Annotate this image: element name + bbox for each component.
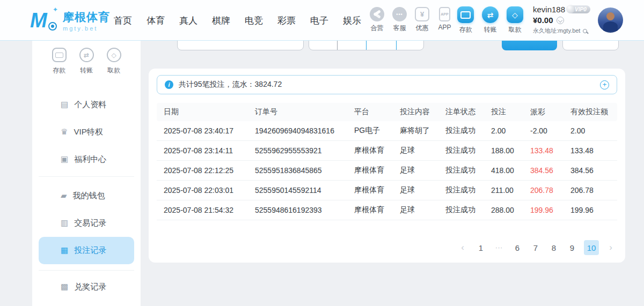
sidebar-divider xyxy=(39,176,134,177)
username[interactable]: kevin188 xyxy=(533,5,565,14)
cell-status: 投注成功 xyxy=(445,185,491,195)
cell-content: 足球 xyxy=(400,185,445,195)
brand-name: 摩根体育 xyxy=(63,10,110,25)
promo-icon: ¥ xyxy=(415,7,429,21)
sidebar-item-label: 兑奖记录 xyxy=(74,282,106,292)
header-action-deposit[interactable]: 存款 xyxy=(457,6,474,34)
cell-payout: 199.96 xyxy=(530,206,570,214)
header-action-label: 转账 xyxy=(484,25,497,34)
sidebar-item-vip[interactable]: VIP特权 xyxy=(39,118,134,146)
sidebar-item-transactions[interactable]: 交易记录 xyxy=(39,210,134,237)
sidebar-shortcut-transfer[interactable]: ⇄转账 xyxy=(79,48,94,75)
sidebar-item-profile[interactable]: 个人资料 xyxy=(39,91,134,118)
sidebar-item-label: 福利中心 xyxy=(74,154,106,165)
cell-payout: 133.48 xyxy=(530,146,570,155)
table-row: 2025-07-08 23:40:171942609694094831616PG… xyxy=(157,121,617,141)
cell-payout: 206.78 xyxy=(530,186,570,195)
cell-date: 2025-07-08 22:03:01 xyxy=(164,186,255,195)
cell-status: 投注成功 xyxy=(445,126,491,136)
pagination: ‹1···678910› xyxy=(456,240,617,255)
nav-item-esports[interactable]: 电竞 xyxy=(245,14,263,27)
sidebar-item-redeem[interactable]: 兑奖记录 xyxy=(39,273,134,301)
page-button-1[interactable]: 1 xyxy=(474,240,487,255)
user-block: kevin188 VIP0 ¥0.00 永久地址:mgty.bet xyxy=(533,5,596,35)
nav-item-live[interactable]: 真人 xyxy=(179,14,197,27)
prev-page-button[interactable]: ‹ xyxy=(456,240,469,255)
summary-text: 共计95笔投注，流水：3824.72 xyxy=(179,80,282,89)
brand-domain: mgty.bet xyxy=(63,25,110,32)
header-quick-actions: 合营客服¥优惠APPAPP xyxy=(368,7,453,33)
deposit-icon xyxy=(457,6,474,23)
cell-platform: 摩根体育 xyxy=(354,205,400,215)
sidebar-shortcut-deposit[interactable]: 存款 xyxy=(52,48,67,75)
sidebar-shortcuts: 存款⇄转账◇取款 xyxy=(32,48,141,75)
page-button-10[interactable]: 10 xyxy=(584,240,599,255)
cell-status: 投注成功 xyxy=(445,205,491,215)
table-row: 2025-07-08 22:03:015255950145592114摩根体育足… xyxy=(157,181,617,200)
cell-date: 2025-07-08 23:40:17 xyxy=(164,126,255,135)
nav-item-entertainment[interactable]: 娱乐 xyxy=(343,14,361,27)
balance-dropdown-icon[interactable] xyxy=(557,17,564,24)
header-action-label: 客服 xyxy=(393,24,406,33)
sidebar-menu-group-1: 个人资料VIP特权福利中心 xyxy=(32,91,141,173)
cell-date: 2025-07-08 21:54:32 xyxy=(164,206,255,214)
cell-bet: 211.00 xyxy=(491,186,530,195)
sidebar-item-label: 个人资料 xyxy=(74,100,106,110)
page-button-8[interactable]: 8 xyxy=(547,240,560,255)
sidebar-item-label: 我的钱包 xyxy=(73,191,105,201)
info-icon: i xyxy=(165,80,173,89)
cell-valid: 206.78 xyxy=(570,186,617,195)
sidebar-item-welfare[interactable]: 福利中心 xyxy=(39,146,134,173)
app-icon: APP xyxy=(439,7,450,21)
sidebar-shortcut-withdraw[interactable]: ◇取款 xyxy=(106,48,121,75)
sidebar-item-label: VIP特权 xyxy=(74,127,103,137)
cell-payout: -2.00 xyxy=(530,126,570,135)
header-action-service[interactable]: 客服 xyxy=(391,7,408,33)
header-action-promo[interactable]: ¥优惠 xyxy=(413,7,431,33)
cell-content: 麻将胡了 xyxy=(400,126,445,136)
next-page-button[interactable]: › xyxy=(604,240,617,255)
bet-table-body: 2025-07-08 23:40:171942609694094831616PG… xyxy=(157,121,617,220)
header-action-label: 合营 xyxy=(371,24,384,33)
brand-logo[interactable]: M ✦ 摩根体育 mgty.bet xyxy=(30,7,110,34)
cell-order: 5255948616192393 xyxy=(255,206,354,214)
cell-platform: 摩根体育 xyxy=(354,185,400,195)
nav-item-home[interactable]: 首页 xyxy=(114,14,132,27)
cell-order: 5255951836845865 xyxy=(255,166,354,175)
expand-plus-icon[interactable]: + xyxy=(600,80,609,89)
sidebar-item-bets[interactable]: 投注记录 xyxy=(39,237,134,264)
sparkle-icon: ✦ xyxy=(53,6,58,13)
header-action-label: APP xyxy=(438,24,451,31)
sidebar-item-wallet[interactable]: 我的钱包 xyxy=(39,182,134,210)
header-action-app[interactable]: APPAPP xyxy=(436,7,453,33)
cell-bet: 188.00 xyxy=(491,146,530,155)
header-action-transfer[interactable]: ⇄转账 xyxy=(481,6,499,34)
cell-order: 1942609694094831616 xyxy=(255,126,354,135)
sidebar-menu-group-3: 兑奖记录 xyxy=(32,273,141,301)
nav-item-slots[interactable]: 电子 xyxy=(310,14,328,27)
page-button-6[interactable]: 6 xyxy=(511,240,524,255)
service-icon xyxy=(392,7,407,21)
avatar[interactable] xyxy=(598,8,623,33)
page-button-7[interactable]: 7 xyxy=(529,240,542,255)
sidebar-shortcut-label: 转账 xyxy=(80,66,93,75)
sidebar-shortcut-label: 存款 xyxy=(53,66,65,75)
redeem-icon xyxy=(61,283,68,291)
header-action-withdraw[interactable]: ◇取款 xyxy=(506,6,524,34)
page-button-9[interactable]: 9 xyxy=(566,240,579,255)
cell-status: 投注成功 xyxy=(445,166,491,175)
cell-valid: 133.48 xyxy=(570,146,617,155)
nav-item-chess[interactable]: 棋牌 xyxy=(212,14,230,27)
transfer-icon: ⇄ xyxy=(79,48,94,62)
nav-item-sports[interactable]: 体育 xyxy=(147,14,165,27)
column-header-5: 投注 xyxy=(491,107,530,117)
cell-content: 足球 xyxy=(400,166,445,175)
page: { "colors":{"accent":"#2aa7e8","accent_l… xyxy=(0,0,644,306)
cell-bet: 288.00 xyxy=(491,206,530,214)
cell-valid: 199.96 xyxy=(570,206,617,214)
nav-item-lottery[interactable]: 彩票 xyxy=(277,14,296,27)
cell-bet: 418.00 xyxy=(491,166,530,175)
header-action-partnership[interactable]: 合营 xyxy=(368,7,386,33)
magnifier-icon[interactable] xyxy=(583,29,587,33)
sidebar-shortcut-label: 取款 xyxy=(107,66,120,75)
